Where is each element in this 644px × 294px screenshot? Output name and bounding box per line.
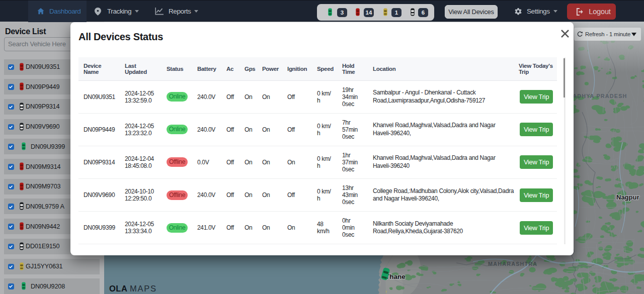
svg-text:Nagpur: Nagpur (616, 193, 639, 201)
svg-text:MADHYA PRADESH: MADHYA PRADESH (568, 93, 627, 99)
svg-text:MAHARASHTRA: MAHARASHTRA (488, 261, 537, 267)
